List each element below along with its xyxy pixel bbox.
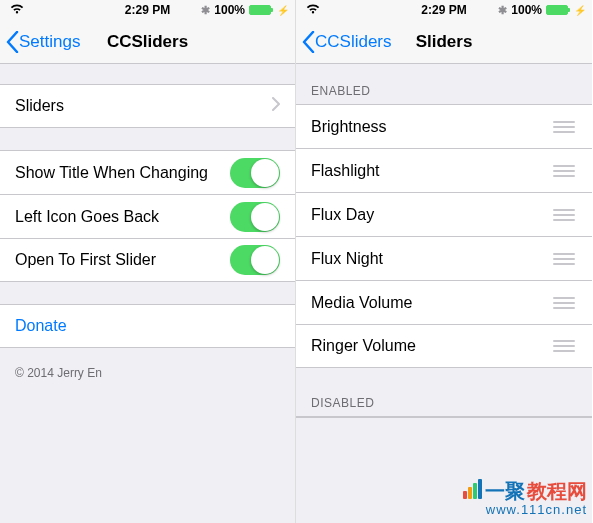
toggle-row: Show Title When Changing — [0, 150, 295, 194]
back-button[interactable]: CCSliders — [296, 31, 392, 53]
list-item[interactable]: Ringer Volume — [296, 324, 592, 368]
toggle-label: Left Icon Goes Back — [15, 208, 230, 226]
bluetooth-icon: ✱ — [498, 4, 507, 17]
battery-icon — [546, 5, 568, 15]
bluetooth-icon: ✱ — [201, 4, 210, 17]
row-sliders[interactable]: Sliders — [0, 84, 295, 128]
reorder-handle-icon[interactable] — [553, 340, 577, 352]
chevron-left-icon — [6, 31, 19, 53]
list-item-label: Ringer Volume — [311, 337, 553, 355]
battery-icon — [249, 5, 271, 15]
charging-icon: ⚡ — [574, 5, 586, 16]
reorder-handle-icon[interactable] — [553, 297, 577, 309]
toggle-label: Show Title When Changing — [15, 164, 230, 182]
reorder-handle-icon[interactable] — [553, 165, 577, 177]
list-item[interactable]: Flashlight — [296, 148, 592, 192]
list-item-label: Media Volume — [311, 294, 553, 312]
toggle-group: Show Title When ChangingLeft Icon Goes B… — [0, 150, 295, 282]
charging-icon: ⚡ — [277, 5, 289, 16]
back-label: CCSliders — [315, 32, 392, 52]
toggle-label: Open To First Slider — [15, 251, 230, 269]
nav-bar: CCSliders Sliders — [296, 20, 592, 64]
status-time: 2:29 PM — [421, 3, 466, 17]
toggle-switch[interactable] — [230, 158, 280, 188]
chevron-right-icon — [272, 97, 280, 115]
list-item[interactable]: Brightness — [296, 104, 592, 148]
reorder-handle-icon[interactable] — [553, 209, 577, 221]
donate-button[interactable]: Donate — [0, 304, 295, 348]
list-item[interactable]: Flux Day — [296, 192, 592, 236]
list-item-label: Flux Night — [311, 250, 553, 268]
copyright: © 2014 Jerry En — [0, 348, 295, 398]
list-item[interactable]: Flux Night — [296, 236, 592, 280]
wifi-icon — [10, 3, 24, 17]
reorder-handle-icon[interactable] — [553, 121, 577, 133]
toggle-switch[interactable] — [230, 245, 280, 275]
status-bar: 2:29 PM ✱ 100% ⚡ — [0, 0, 295, 20]
donate-label: Donate — [15, 317, 280, 335]
back-label: Settings — [19, 32, 80, 52]
panel-ccsliders: 2:29 PM ✱ 100% ⚡ Settings CCSliders Slid… — [0, 0, 296, 523]
list-item-label: Brightness — [311, 118, 553, 136]
reorder-handle-icon[interactable] — [553, 253, 577, 265]
status-bar: 2:29 PM ✱ 100% ⚡ — [296, 0, 592, 20]
list-item[interactable]: Media Volume — [296, 280, 592, 324]
toggle-row: Open To First Slider — [0, 238, 295, 282]
toggle-switch[interactable] — [230, 202, 280, 232]
row-label: Sliders — [15, 97, 272, 115]
chevron-left-icon — [302, 31, 315, 53]
page-title: CCSliders — [107, 32, 188, 52]
list-item-label: Flashlight — [311, 162, 553, 180]
toggle-row: Left Icon Goes Back — [0, 194, 295, 238]
section-header-disabled: DISABLED — [296, 390, 592, 416]
battery-pct: 100% — [214, 3, 245, 17]
section-header-enabled: ENABLED — [296, 78, 592, 104]
wifi-icon — [306, 3, 320, 17]
enabled-list: BrightnessFlashlightFlux DayFlux NightMe… — [296, 104, 592, 368]
nav-bar: Settings CCSliders — [0, 20, 295, 64]
list-item-label: Flux Day — [311, 206, 553, 224]
disabled-list — [296, 416, 592, 418]
page-title: Sliders — [416, 32, 473, 52]
back-button[interactable]: Settings — [0, 31, 80, 53]
panel-sliders: 2:29 PM ✱ 100% ⚡ CCSliders Sliders ENABL… — [296, 0, 592, 523]
status-time: 2:29 PM — [125, 3, 170, 17]
battery-pct: 100% — [511, 3, 542, 17]
